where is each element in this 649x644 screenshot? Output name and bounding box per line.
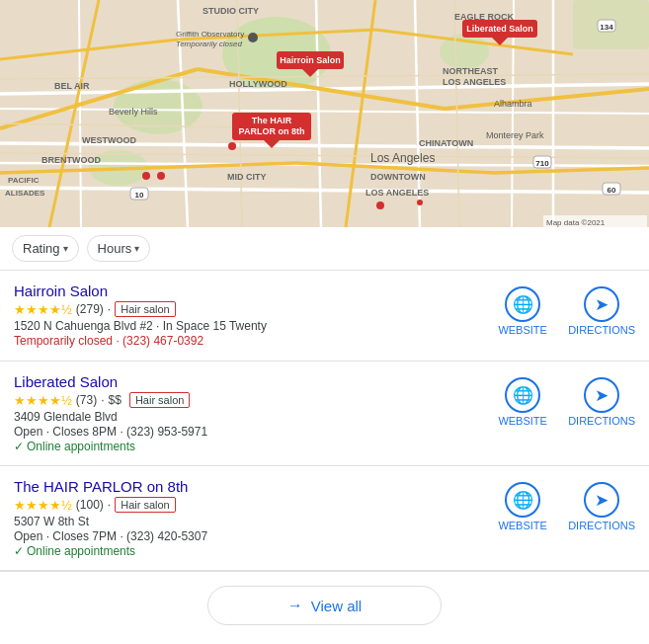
svg-text:MID CITY: MID CITY [227,172,267,182]
svg-text:60: 60 [608,186,616,195]
listing-hairroin-directions-btn[interactable]: ➤ DIRECTIONS [568,286,635,336]
svg-text:Hairroin Salon: Hairroin Salon [280,55,341,65]
svg-point-73 [157,172,165,180]
listing-liberated-info: Liberated Salon ★★★★½ (73) · $$ Hair sal… [14,373,493,453]
listing-liberated-actions: 🌐 WEBSITE ➤ DIRECTIONS [493,373,635,427]
svg-text:NORTHEAST: NORTHEAST [443,66,499,76]
svg-text:Griffith Observatory: Griffith Observatory [176,30,244,39]
svg-text:134: 134 [600,23,613,32]
listing-hairroin-info: Hairroin Salon ★★★★½ (279) · Hair salon … [14,282,493,349]
svg-point-76 [248,33,258,42]
listing-hair-parlor-info: The HAIR PARLOR on 8th ★★★★½ (100) · Hai… [14,478,493,558]
svg-text:10: 10 [135,191,144,200]
listing-hairroin-website-btn[interactable]: 🌐 WEBSITE [493,286,552,336]
directions-icon: ➤ [584,286,619,322]
listing-hair-parlor-stars: ★★★★½ [14,498,72,513]
directions-icon-3: ➤ [584,482,619,518]
listing-hairroin-rating-row: ★★★★½ (279) · Hair salon [14,301,493,317]
svg-point-71 [228,142,236,150]
svg-text:DOWNTOWN: DOWNTOWN [370,172,426,182]
svg-point-75 [417,200,423,205]
svg-text:The HAIR: The HAIR [252,116,292,125]
listing-hair-parlor-directions-btn[interactable]: ➤ DIRECTIONS [568,482,635,531]
hours-filter[interactable]: Hours ▾ [87,235,151,262]
svg-text:LOS ANGELES: LOS ANGELES [443,77,506,87]
listing-hairroin: Hairroin Salon ★★★★½ (279) · Hair salon … [0,271,649,362]
view-all-button[interactable]: → View all [207,586,442,625]
listing-hair-parlor-status: Open · Closes 7PM · (323) 420-5307 [14,529,493,543]
rating-filter[interactable]: Rating ▾ [12,235,79,262]
svg-point-74 [376,201,384,209]
listing-hair-parlor-directions-label: DIRECTIONS [568,520,635,531]
hours-chevron-icon: ▾ [134,243,139,254]
rating-filter-label: Rating [23,241,60,256]
hours-filter-label: Hours [98,241,132,256]
listing-liberated-address: 3409 Glendale Blvd [14,410,493,424]
listing-liberated-website-label: WEBSITE [498,415,547,427]
listing-hair-parlor-address: 5307 W 8th St [14,515,493,528]
listing-hairroin-separator: · [108,302,111,316]
listing-hairroin-name[interactable]: Hairroin Salon [14,282,493,299]
listings-container: Hairroin Salon ★★★★½ (279) · Hair salon … [0,271,649,571]
svg-text:BRENTWOOD: BRENTWOOD [41,155,101,165]
listing-hairroin-status: Temporarily closed · (323) 467-0392 [14,334,493,348]
listing-liberated-appointments: Online appointments [14,440,493,453]
listing-hair-parlor-name[interactable]: The HAIR PARLOR on 8th [14,478,493,495]
svg-text:WESTWOOD: WESTWOOD [82,135,136,145]
listing-hairroin-address: 1520 N Cahuenga Blvd #2 · In Space 15 Tw… [14,319,493,333]
listing-hairroin-directions-label: DIRECTIONS [568,324,635,336]
website-icon-2: 🌐 [505,377,540,413]
view-all-arrow-icon: → [287,597,303,614]
svg-text:Temporarily closed: Temporarily closed [176,40,242,48]
listing-liberated-price: $$ [109,393,122,407]
listing-hairroin-category[interactable]: Hair salon [115,301,176,317]
listing-hair-parlor-actions: 🌐 WEBSITE ➤ DIRECTIONS [493,478,635,531]
listing-liberated-status: Open · Closes 8PM · (323) 953-5971 [14,425,493,439]
svg-text:Liberated Salon: Liberated Salon [466,24,533,34]
svg-text:BEL AIR: BEL AIR [54,81,90,91]
svg-text:PARLOR on 8th: PARLOR on 8th [239,126,305,136]
listing-liberated-rating-row: ★★★★½ (73) · $$ Hair salon [14,392,493,408]
listing-hairroin-phone: · (323) 467-0392 [116,334,203,348]
listing-liberated-name[interactable]: Liberated Salon [14,373,493,390]
listing-liberated-website-btn[interactable]: 🌐 WEBSITE [493,377,552,427]
svg-text:CHINATOWN: CHINATOWN [419,138,473,148]
svg-text:Los Angeles: Los Angeles [370,151,435,165]
svg-point-72 [142,172,150,180]
listing-hair-parlor-website-btn[interactable]: 🌐 WEBSITE [493,482,552,531]
listing-liberated-category[interactable]: Hair salon [129,392,191,408]
svg-text:710: 710 [535,159,549,168]
view-all-container: → View all [0,571,649,639]
filters-row: Rating ▾ Hours ▾ [0,227,649,271]
listing-hair-parlor-rating-row: ★★★★½ (100) · Hair salon [14,497,493,513]
listing-hair-parlor-category[interactable]: Hair salon [115,497,176,513]
svg-text:ALISADES: ALISADES [5,189,45,198]
svg-text:LOS ANGELES: LOS ANGELES [365,188,429,198]
map-area[interactable]: 134 60 710 10 STUDIO CITY EAGLE ROCK Gri… [0,0,649,227]
svg-text:PACIFIC: PACIFIC [8,176,40,185]
listing-liberated-count: (73) [76,393,97,407]
listing-hair-parlor: The HAIR PARLOR on 8th ★★★★½ (100) · Hai… [0,466,649,571]
svg-text:Monterey Park: Monterey Park [486,130,544,140]
listing-hairroin-count: (279) [76,302,104,316]
listing-hair-parlor-separator: · [108,498,111,512]
view-all-label: View all [311,598,362,614]
listing-hair-parlor-count: (100) [76,498,104,512]
listing-hairroin-actions: 🌐 WEBSITE ➤ DIRECTIONS [493,282,635,336]
svg-text:STUDIO CITY: STUDIO CITY [203,6,259,16]
website-icon-3: 🌐 [505,482,540,518]
svg-text:Beverly Hills: Beverly Hills [109,107,158,117]
rating-chevron-icon: ▾ [63,243,68,254]
listing-hair-parlor-website-label: WEBSITE [498,520,547,531]
listing-liberated-stars: ★★★★½ [14,393,72,408]
directions-icon-2: ➤ [584,377,619,413]
listing-liberated-directions-label: DIRECTIONS [568,415,635,427]
listing-hairroin-stars: ★★★★½ [14,302,72,317]
listing-hairroin-website-label: WEBSITE [498,324,547,336]
listing-hair-parlor-appointments: Online appointments [14,544,493,558]
listing-liberated-separator: · [101,393,104,407]
listing-liberated-directions-btn[interactable]: ➤ DIRECTIONS [568,377,635,427]
svg-text:Map data ©2021: Map data ©2021 [546,218,606,227]
website-icon: 🌐 [505,286,540,322]
svg-text:HOLLYWOOD: HOLLYWOOD [229,79,287,89]
